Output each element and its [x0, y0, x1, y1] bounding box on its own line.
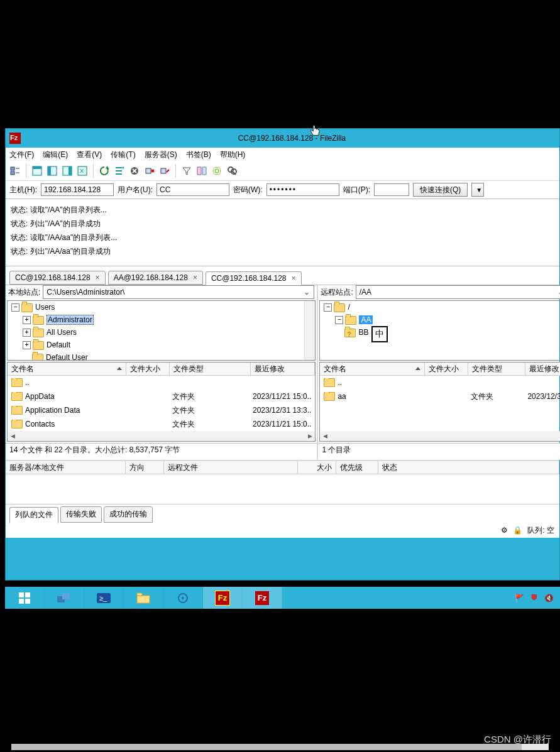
- tray-sound-icon[interactable]: 🔇: [544, 594, 554, 602]
- menu-transfer[interactable]: 传输(T): [111, 150, 135, 160]
- refresh-icon[interactable]: [97, 164, 111, 178]
- task-server-manager[interactable]: [45, 587, 84, 609]
- remote-site-path[interactable]: /AA: [358, 288, 373, 297]
- filter-icon[interactable]: [180, 164, 194, 178]
- local-tree[interactable]: −Users+Administrator+All Users+DefaultDe…: [7, 300, 316, 361]
- tree-node[interactable]: +Default: [8, 339, 315, 351]
- toggle-remote-tree-icon[interactable]: [60, 164, 74, 178]
- user-input[interactable]: [156, 183, 229, 196]
- expand-icon[interactable]: −: [324, 303, 332, 312]
- expand-icon[interactable]: +: [23, 329, 31, 337]
- menu-server[interactable]: 服务器(S): [145, 150, 177, 160]
- queue-tab[interactable]: 成功的传输: [104, 506, 153, 523]
- chevron-down-icon[interactable]: ⌄: [555, 288, 560, 297]
- tree-node[interactable]: +All Users: [8, 326, 315, 339]
- server-tab[interactable]: CC@192.168.184.128×: [9, 271, 106, 285]
- col-mtime[interactable]: 最近修改: [251, 362, 315, 375]
- tree-node[interactable]: −AA: [320, 313, 560, 326]
- site-manager-icon[interactable]: [8, 164, 22, 178]
- scrollbar-horizontal[interactable]: ◀▶: [320, 431, 560, 441]
- expand-icon[interactable]: +: [23, 341, 31, 349]
- local-file-list[interactable]: ..AppData文件夹2023/11/21 15:0..Application…: [8, 376, 315, 431]
- toggle-local-tree-icon[interactable]: [45, 164, 59, 178]
- gear-icon[interactable]: ⚙: [501, 526, 508, 535]
- start-button[interactable]: [5, 587, 45, 609]
- close-icon[interactable]: ×: [292, 274, 296, 283]
- col-type[interactable]: 文件类型: [468, 362, 525, 375]
- queue-tab[interactable]: 列队的文件: [9, 507, 58, 523]
- tree-node[interactable]: −/: [320, 301, 560, 313]
- col-status[interactable]: 状态: [378, 461, 559, 474]
- cancel-icon[interactable]: [128, 164, 141, 178]
- reconnect-icon[interactable]: [158, 164, 172, 178]
- tree-node[interactable]: −Users: [8, 301, 315, 313]
- file-row[interactable]: ..: [8, 376, 315, 390]
- sync-browse-icon[interactable]: [210, 164, 224, 178]
- taskbar[interactable]: ≥_ Fz Fz 🚩 ⛊ 🔇: [5, 587, 560, 609]
- expand-icon[interactable]: −: [335, 316, 343, 324]
- disconnect-icon[interactable]: [143, 164, 156, 178]
- scrollbar-vertical[interactable]: [304, 301, 315, 360]
- expand-icon[interactable]: +: [23, 316, 31, 324]
- tree-node[interactable]: +Administrator: [8, 313, 315, 326]
- server-tab[interactable]: AA@192.168.184.128×: [108, 271, 203, 285]
- col-name[interactable]: 文件名: [320, 362, 425, 375]
- local-site-path[interactable]: C:\Users\Administrator\: [45, 288, 126, 297]
- file-row[interactable]: Contacts文件夹2023/11/21 15:0..: [8, 417, 315, 431]
- task-filezilla-client[interactable]: Fz: [243, 587, 282, 609]
- system-tray[interactable]: 🚩 ⛊ 🔇: [508, 587, 560, 609]
- expand-icon[interactable]: −: [11, 303, 19, 312]
- chevron-down-icon[interactable]: ⌄: [301, 288, 312, 297]
- tray-flag-icon[interactable]: 🚩: [515, 594, 524, 602]
- file-row[interactable]: AppData文件夹2023/11/21 15:0..: [8, 390, 315, 403]
- menu-edit[interactable]: 编辑(E): [43, 150, 68, 160]
- server-tab[interactable]: CC@192.168.184.128×: [206, 271, 302, 285]
- menu-help[interactable]: 帮助(H): [220, 150, 246, 160]
- file-row[interactable]: Application Data文件夹2023/12/31 13:3..: [8, 403, 315, 417]
- page-scrollbar[interactable]: [11, 744, 549, 750]
- queue-tab[interactable]: 传输失败: [60, 506, 102, 523]
- col-pri[interactable]: 优先级: [336, 461, 378, 474]
- toggle-log-icon[interactable]: [30, 164, 44, 178]
- process-queue-icon[interactable]: [113, 164, 126, 178]
- col-remote[interactable]: 远程文件: [164, 461, 298, 474]
- col-server[interactable]: 服务器/本地文件: [6, 461, 126, 474]
- lock-icon[interactable]: 🔒: [513, 526, 522, 535]
- menu-bookmarks[interactable]: 书签(B): [186, 150, 211, 160]
- remote-tree[interactable]: −/−AABB中: [319, 300, 560, 361]
- port-input[interactable]: [374, 183, 409, 196]
- local-file-header[interactable]: 文件名 文件大小 文件类型 最近修改: [8, 362, 315, 376]
- file-row[interactable]: ..: [320, 376, 560, 390]
- task-powershell[interactable]: ≥_: [84, 587, 124, 609]
- col-dir[interactable]: 方向: [126, 461, 164, 474]
- file-row[interactable]: aa文件夹2023/12/31: [320, 390, 560, 403]
- message-log[interactable]: 状态: 读取"/AA"的目录列表...状态: 列出"/AA"的目录成功状态: 读…: [6, 199, 559, 266]
- col-type[interactable]: 文件类型: [170, 362, 251, 375]
- quickconnect-button[interactable]: 快速连接(Q): [413, 183, 468, 197]
- close-icon[interactable]: ×: [96, 273, 100, 282]
- col-mtime[interactable]: 最近修改: [525, 362, 560, 375]
- title-bar[interactable]: CC@192.168.184.128 - FileZilla: [6, 129, 559, 148]
- tree-node[interactable]: BB: [320, 326, 560, 339]
- scrollbar-horizontal[interactable]: ◀▶: [8, 431, 315, 441]
- queue-header[interactable]: 服务器/本地文件 方向 远程文件 大小 优先级 状态: [6, 461, 559, 474]
- tray-shield-icon[interactable]: ⛊: [530, 594, 538, 602]
- toggle-queue-icon[interactable]: [75, 164, 89, 178]
- tree-node[interactable]: Default User: [8, 351, 315, 361]
- remote-file-header[interactable]: 文件名 文件大小 文件类型 最近修改: [320, 362, 560, 376]
- quickconnect-dropdown[interactable]: ▼: [471, 183, 484, 197]
- task-filezilla-server[interactable]: Fz: [203, 587, 243, 609]
- search-icon[interactable]: [225, 164, 239, 178]
- remote-file-list[interactable]: ..aa文件夹2023/12/31: [320, 376, 560, 431]
- col-name[interactable]: 文件名: [8, 362, 126, 375]
- pass-input[interactable]: [266, 183, 339, 196]
- col-size[interactable]: 文件大小: [126, 362, 170, 375]
- menu-file[interactable]: 文件(F): [9, 150, 34, 160]
- task-settings[interactable]: [163, 587, 203, 609]
- task-explorer[interactable]: [124, 587, 163, 609]
- host-input[interactable]: [41, 183, 114, 196]
- col-size[interactable]: 文件大小: [425, 362, 468, 375]
- menu-view[interactable]: 查看(V): [77, 150, 102, 160]
- col-size[interactable]: 大小: [298, 461, 336, 474]
- close-icon[interactable]: ×: [193, 273, 197, 282]
